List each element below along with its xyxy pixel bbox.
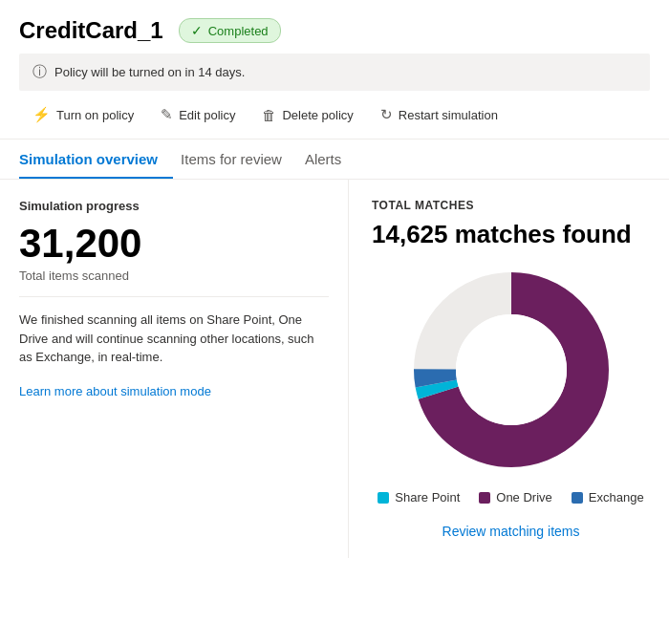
info-text: Policy will be turned on in 14 days. [54,65,245,79]
legend-exchange: Exchange [572,490,644,504]
edit-policy-button[interactable]: ✎ Edit policy [147,100,248,129]
delete-policy-button[interactable]: 🗑 Delete policy [248,101,366,129]
donut-chart [406,265,616,475]
tab-simulation-overview[interactable]: Simulation overview [19,140,173,179]
left-panel: Simulation progress 31,200 Total items s… [0,180,349,558]
turn-on-policy-button[interactable]: ⚡ Turn on policy [19,100,147,129]
turn-on-label: Turn on policy [56,108,134,122]
legend-onedrive: One Drive [479,490,552,504]
simulation-progress-label: Simulation progress [19,199,329,213]
svg-point-4 [456,314,567,425]
tabs-bar: Simulation overview Items for review Ale… [0,140,669,180]
review-matching-items-link[interactable]: Review matching items [372,524,650,539]
right-panel: Total matches 14,625 matches found [349,180,669,558]
content-area: Simulation progress 31,200 Total items s… [0,180,669,558]
toolbar: ⚡ Turn on policy ✎ Edit policy 🗑 Delete … [0,91,669,140]
onedrive-dot [479,492,490,504]
info-banner: ⓘ Policy will be turned on in 14 days. [19,54,650,91]
items-scanned-number: 31,200 [19,221,329,267]
tab-items-for-review[interactable]: Items for review [181,140,297,179]
total-matches-label: Total matches [372,199,650,212]
donut-chart-container [372,265,650,475]
page-title: CreditCard_1 [19,17,163,44]
status-badge: ✓ Completed [179,18,281,43]
items-scanned-label: Total items scanned [19,268,329,283]
info-icon: ⓘ [32,63,47,81]
page-header: CreditCard_1 ✓ Completed [0,0,669,54]
chart-legend: Share Point One Drive Exchange [372,490,650,504]
learn-more-link[interactable]: Learn more about simulation mode [19,384,211,398]
restart-simulation-button[interactable]: ↻ Restart simulation [367,100,511,129]
check-icon: ✓ [191,23,203,38]
scan-description: We finished scanning all items on Share … [19,311,329,367]
legend-sharepoint: Share Point [378,490,460,504]
sharepoint-dot [378,492,389,504]
status-label: Completed [208,24,269,38]
lightning-icon: ⚡ [32,106,51,123]
edit-icon: ✎ [161,106,173,123]
restart-label: Restart simulation [399,108,498,122]
trash-icon: 🗑 [262,107,276,123]
exchange-dot [572,492,583,504]
restart-icon: ↻ [380,106,393,123]
exchange-label: Exchange [589,490,644,504]
onedrive-label: One Drive [496,490,552,504]
tab-alerts[interactable]: Alerts [305,140,356,179]
edit-label: Edit policy [179,108,235,122]
delete-label: Delete policy [282,108,353,122]
divider [19,296,329,297]
matches-found-text: 14,625 matches found [372,220,650,249]
sharepoint-label: Share Point [395,490,460,504]
